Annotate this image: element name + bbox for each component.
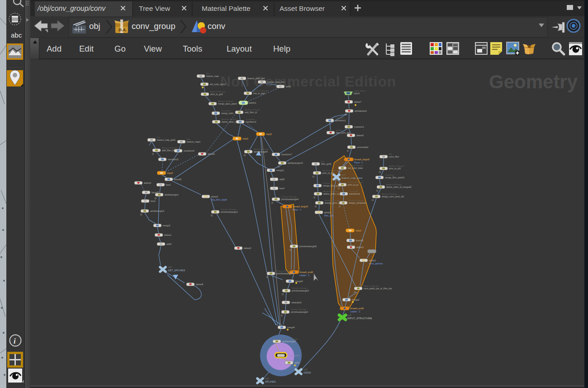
svg-text:transform7: transform7 <box>281 153 292 156</box>
svg-text:Ladder : 2: Ladder : 2 <box>299 274 309 277</box>
svg-text:delete_other_id: delete_other_id <box>222 121 237 123</box>
svg-text:INPUT_STRUCTURE: INPUT_STRUCTURE <box>347 317 372 320</box>
svg-text:bound1: bound1 <box>174 178 182 181</box>
svg-text:foreach_end0: foreach_end0 <box>350 307 364 310</box>
svg-text:attribwrangle10: attribwrangle10 <box>288 162 303 164</box>
svg-text:Primitive Wrangle: Primitive Wrangle <box>291 308 307 311</box>
svg-text:attribwrangle6: attribwrangle6 <box>254 151 268 153</box>
svg-text:feature_map_grid1: feature_map_grid1 <box>157 139 175 141</box>
svg-text:D.A.: D.A. <box>119 28 127 32</box>
svg-text:feature_map_grid: feature_map_grid <box>247 77 265 80</box>
svg-text:merge_spec_patch: merge_spec_patch <box>218 103 237 105</box>
svg-text:group1: group1 <box>211 196 218 198</box>
svg-text:Transform: Transform <box>221 110 230 112</box>
svg-text:bound5: bound5 <box>356 240 364 242</box>
svg-text:prim_to_pt2: prim_to_pt2 <box>322 172 334 174</box>
svg-text:attribdelete2: attribdelete2 <box>355 110 367 112</box>
svg-text:foreach_end0: foreach_end0 <box>299 271 313 273</box>
svg-text:Primitive Wrangle: Primitive Wrangle <box>276 270 292 272</box>
svg-text:merge_filter_patch: merge_filter_patch <box>323 185 341 187</box>
svg-text:filter_grid1: filter_grid1 <box>321 163 332 165</box>
svg-text:group1: group1 <box>369 259 376 262</box>
svg-text:Attribute Wrangle: Attribute Wrangle <box>322 169 338 172</box>
svg-text:switch1: switch1 <box>249 102 256 104</box>
svg-text:assign_conv_pixel: assign_conv_pixel <box>325 202 343 204</box>
svg-text:conv: conv <box>208 21 226 31</box>
svg-text:delete7: delete7 <box>354 101 361 103</box>
svg-text:Non Commercial Edition: Non Commercial Edition <box>220 73 396 90</box>
svg-text:Attribute Wrangle: Attribute Wrangle <box>364 285 379 287</box>
svg-text:File: File <box>206 72 210 75</box>
svg-text:Attribute Wrangle: Attribute Wrangle <box>323 190 339 192</box>
svg-text:File: File <box>157 136 161 139</box>
svg-text:conv_filter: conv_filter <box>389 156 399 158</box>
svg-text:null: null <box>168 266 171 268</box>
svg-text:box2: box2 <box>151 200 156 202</box>
svg-text:File: File <box>321 160 325 163</box>
svg-text:box4: box4 <box>280 187 285 190</box>
svg-text:delete8: delete8 <box>196 283 203 286</box>
svg-text:merge_color: merge_color <box>221 112 234 115</box>
svg-text:box1: box1 <box>166 184 171 186</box>
svg-text:Attribute Wrangle: Attribute Wrangle <box>254 148 269 150</box>
svg-text:Asset Browser: Asset Browser <box>280 5 325 12</box>
svg-text:Geometry: Geometry <box>489 71 578 92</box>
svg-text:null: null <box>265 377 269 380</box>
svg-text:delete5: delete5 <box>208 153 215 155</box>
svg-text:Attribute Wrangle: Attribute Wrangle <box>210 91 226 93</box>
svg-text:delete3: delete3 <box>244 247 251 249</box>
svg-text:/obj/conv_group/conv: /obj/conv_group/conv <box>37 5 106 12</box>
svg-text:def_color_base: def_color_base <box>348 167 363 169</box>
svg-text:measure1: measure1 <box>289 354 299 357</box>
svg-text:Attribute Wrangle: Attribute Wrangle <box>245 109 260 111</box>
svg-text:copy2: copy2 <box>266 133 272 135</box>
svg-text:File: File <box>187 138 190 140</box>
svg-text:split1: split1 <box>294 362 300 364</box>
svg-text:add4: add4 <box>166 243 171 245</box>
svg-text:delete_other_id_nor: delete_other_id_nor <box>323 193 343 195</box>
svg-text:resample2: resample2 <box>291 302 302 304</box>
svg-text:abc: abc <box>11 31 22 39</box>
svg-text:Attribute Wrangle: Attribute Wrangle <box>389 165 404 167</box>
svg-text:Attribute Wrangle: Attribute Wrangle <box>348 164 363 167</box>
svg-text:Tree View: Tree View <box>139 5 171 12</box>
svg-text:add5: add5 <box>280 178 285 181</box>
svg-text:prim_to_grid: prim_to_grid <box>210 93 223 96</box>
svg-text:foreach_begin0: foreach_begin0 <box>354 158 370 161</box>
svg-text:primitivewrangle4: primitivewrangle4 <box>281 198 299 201</box>
svg-text:null: null <box>303 368 307 371</box>
svg-text:transform2: transform2 <box>246 121 256 123</box>
svg-text:ODDS: ODDS <box>303 371 311 374</box>
svg-text:Piece : 2: Piece : 2 <box>354 162 363 164</box>
svg-text:attribwrangle1: attribwrangle1 <box>165 194 179 196</box>
svg-text:primitivewrangle8: primitivewrangle8 <box>276 273 294 275</box>
svg-text:merge2: merge2 <box>352 299 360 301</box>
svg-text:Transform: Transform <box>349 190 358 192</box>
svg-text:feature_map_low: feature_map_low <box>267 81 285 83</box>
svg-text:conv_patches: conv_patches <box>369 263 383 265</box>
svg-text:primitivewrangle1: primitivewrangle1 <box>221 211 238 213</box>
svg-text:def_color_farm2: def_color_farm2 <box>210 83 226 86</box>
svg-text:Attribute Wrangle: Attribute Wrangle <box>282 338 298 340</box>
svg-text:Material Palette: Material Palette <box>202 5 251 12</box>
svg-text:input1: input1 <box>354 92 360 95</box>
svg-text:conv_patch_pts_to_filter_pts: conv_patch_pts_to_filter_pts <box>364 287 392 290</box>
svg-text:filter_grid: filter_grid <box>324 215 333 217</box>
svg-text:foreach_begin0: foreach_begin0 <box>293 206 308 208</box>
svg-text:GET_SPLINES: GET_SPLINES <box>168 269 185 272</box>
svg-text:Transform: Transform <box>246 118 255 120</box>
svg-text:merge4: merge4 <box>287 326 295 329</box>
svg-text:Attribute Wrangle: Attribute Wrangle <box>162 147 177 149</box>
svg-text:conv_group: conv_group <box>132 21 175 31</box>
svg-text:Transform: Transform <box>335 117 344 119</box>
svg-text:Ladder : 2: Ladder : 2 <box>350 311 360 313</box>
svg-text:assign_composite: assign_composite <box>349 202 366 204</box>
svg-text:Attribute Wrangle: Attribute Wrangle <box>222 118 237 120</box>
svg-text:merge1: merge1 <box>276 169 284 172</box>
svg-text:File: File <box>389 153 393 155</box>
svg-text:primitivewrangle3: primitivewrangle3 <box>292 290 309 292</box>
svg-text:transform1: transform1 <box>335 120 346 122</box>
svg-text:Attribute Wrangle: Attribute Wrangle <box>349 199 364 201</box>
svg-text:Attribute Wrangle: Attribute Wrangle <box>386 183 402 186</box>
svg-text:merge2: merge2 <box>163 225 171 227</box>
